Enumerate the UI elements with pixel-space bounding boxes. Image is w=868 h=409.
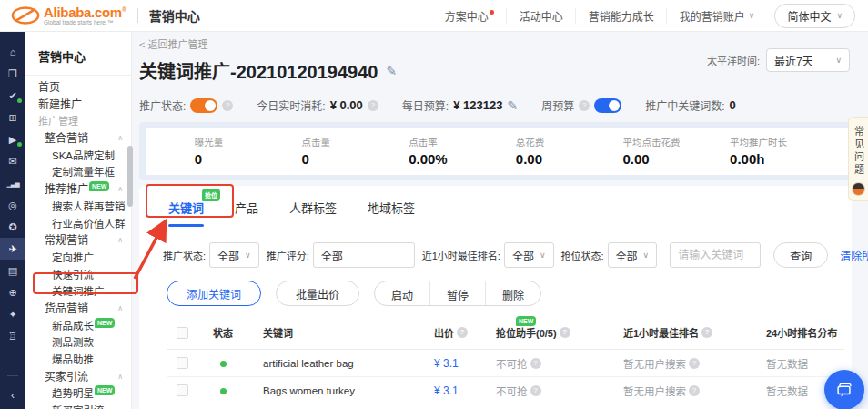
row-checkbox[interactable]: [177, 357, 188, 369]
sidebar-item-search-audience-retargeting[interactable]: 搜索人群再营销: [25, 199, 131, 216]
bulk-bid-button[interactable]: 批量出价: [276, 281, 359, 306]
sidebar-item-new-product-growth[interactable]: 新品成长NEW: [25, 318, 131, 335]
globe-icon[interactable]: ⊕: [0, 281, 25, 303]
edit-title-icon[interactable]: ✎: [386, 64, 397, 78]
query-button[interactable]: 查询: [773, 242, 828, 268]
sidebar-scrollbar[interactable]: [127, 146, 133, 207]
add-keyword-button[interactable]: 添加关键词: [167, 281, 261, 306]
content-area: < 返回推广管理 关键词推广-20210120194940 ✎ 太平洋时间: 最…: [132, 32, 868, 409]
sidebar-item-hot-product-boost[interactable]: 爆品助推: [25, 352, 131, 369]
sidebar-item-product-marketing[interactable]: 货品营销∧: [25, 301, 131, 318]
sidebar-item-targeted-promotion[interactable]: 定向推广: [25, 250, 131, 267]
time-range-select[interactable]: 最近7天 ∨: [766, 48, 850, 72]
sidebar-item-trend-star[interactable]: 趋势明星NEW: [25, 385, 131, 403]
icon-rail: ⌂❒✔⊞▶✉▁▃▅◎✪✈▤⊕✦♖ ‹: [0, 32, 25, 409]
week-budget-toggle[interactable]: [594, 98, 621, 113]
row-checkbox[interactable]: [177, 384, 188, 396]
info-icon[interactable]: ?: [579, 100, 590, 111]
sidebar-item-industry-high-value-audience[interactable]: 行业高价值人群: [25, 216, 131, 233]
message-icon[interactable]: ✉: [0, 150, 25, 172]
faq-side-tab[interactable]: 常见问题: [848, 117, 868, 201]
nav-solution-center[interactable]: 方案中心: [445, 8, 494, 24]
live-chat-button[interactable]: [824, 370, 864, 409]
sidebar-item-label: 新品成长: [52, 321, 94, 332]
tab-audience-tags[interactable]: 人群标签: [288, 199, 338, 227]
video-icon[interactable]: ▶: [0, 128, 25, 150]
info-icon[interactable]: ?: [689, 385, 700, 396]
sidebar-item-regular-marketing[interactable]: 常规营销∧: [25, 232, 131, 250]
alibaba-logo[interactable]: Alibaba.com® Global trade starts here.™: [11, 5, 126, 26]
sidebar-item-quick-traffic[interactable]: 快速引流: [25, 267, 131, 284]
collapse-sidebar-icon[interactable]: ‹: [11, 389, 15, 402]
column-header: 近1小时最佳排名?: [612, 325, 762, 340]
tab-region-tags[interactable]: 地域标签: [366, 199, 417, 227]
language-selector[interactable]: 简体中文 ∨: [774, 4, 855, 28]
start-button[interactable]: 启动: [375, 281, 429, 305]
location-icon[interactable]: ◎: [0, 194, 25, 216]
info-icon[interactable]: ?: [701, 327, 712, 338]
pause-button[interactable]: 暂停: [429, 281, 485, 305]
info-icon[interactable]: ?: [530, 358, 541, 369]
tab-bar: 关键词抢位产品人群标签地域标签: [167, 199, 844, 227]
info-icon[interactable]: ?: [689, 358, 700, 369]
sidebar-item-keyword-promotion[interactable]: 关键词推广: [25, 283, 131, 301]
bid-cell[interactable]: ¥ 3.1: [412, 357, 485, 370]
education-icon[interactable]: ✦: [0, 303, 25, 325]
chevron-up-icon: ∧: [117, 130, 123, 148]
apps-grid-icon[interactable]: ⊞: [0, 107, 25, 128]
orders-icon[interactable]: ❒: [0, 63, 25, 85]
nav-activity-center[interactable]: 活动中心: [506, 8, 563, 24]
sidebar-item-label: 推荐推广: [45, 183, 88, 196]
sidebar-item-home[interactable]: 首页: [25, 79, 131, 97]
column-label: 近1小时最佳排名: [623, 325, 699, 340]
info-icon[interactable]: ?: [368, 100, 378, 111]
sidebar-item-custom-traffic-frame[interactable]: 定制流量年框: [25, 164, 131, 181]
chevron-down-icon: ∨: [245, 251, 251, 260]
contacts-icon[interactable]: ✪: [0, 216, 25, 238]
sidebar-item-product-testing[interactable]: 测品测款: [25, 334, 131, 352]
time-range-value: 最近7天: [774, 53, 813, 68]
stat-曝光量: 曝光量0: [195, 135, 258, 167]
analytics-icon[interactable]: ▁▃▅: [0, 172, 25, 194]
filter-promo-score[interactable]: [313, 242, 415, 268]
edit-budget-icon[interactable]: ✎: [507, 98, 518, 113]
keyword-search-input[interactable]: [670, 242, 761, 268]
info-icon[interactable]: ?: [530, 385, 541, 396]
stat-label: 点击率: [409, 135, 472, 148]
clear-filters-link[interactable]: 清除所有筛选: [840, 248, 868, 263]
promo-status-label: 推广状态:: [139, 97, 186, 113]
sidebar-item-buyer-traffic[interactable]: 买家引流∧: [25, 369, 131, 386]
support-avatar: [852, 182, 865, 196]
faq-label: 常见问题: [852, 126, 866, 177]
home-icon[interactable]: ⌂: [0, 41, 25, 63]
filter-grab-status[interactable]: 全部∨: [608, 242, 658, 268]
bid-cell[interactable]: ¥ 3.1: [412, 384, 485, 397]
marketing-icon[interactable]: ✈: [0, 238, 25, 260]
delete-button[interactable]: 删除: [485, 281, 540, 305]
tab-label: 产品: [235, 201, 258, 215]
nav-my-account[interactable]: 我的营销账户∨: [666, 8, 755, 24]
sidebar-item-new-campaign[interactable]: 新建推广: [25, 97, 131, 114]
select-all-checkbox[interactable]: [177, 327, 188, 339]
tasks-icon[interactable]: ▤: [0, 260, 25, 281]
column-header: 关键词: [248, 325, 412, 340]
shield-check-icon[interactable]: ✔: [0, 85, 25, 107]
column-label: 抢位助手(0/5): [496, 325, 557, 340]
tab-products[interactable]: 产品: [233, 199, 260, 227]
chat-bubbles-icon: [834, 380, 854, 400]
nav-marketing-growth[interactable]: 营销能力成长: [575, 8, 654, 24]
sidebar-item-integrated-marketing[interactable]: 整合营销∧: [25, 130, 131, 148]
sidebar-item-label: 买家引流: [45, 371, 88, 383]
sidebar-item-ska-brand-custom[interactable]: SKA品牌定制: [25, 148, 131, 165]
filter-best-rank-1h[interactable]: 全部∨: [504, 242, 554, 268]
sidebar-item-new-buyer-traffic[interactable]: 新买家引流: [25, 403, 131, 409]
bank-icon[interactable]: ♖: [0, 325, 25, 347]
tab-keywords[interactable]: 关键词抢位: [167, 199, 206, 227]
sidebar-item-label: 测品测款: [52, 337, 94, 348]
promo-status-toggle[interactable]: [190, 98, 217, 113]
info-icon[interactable]: ?: [457, 327, 468, 338]
sidebar-item-recommend-promotion[interactable]: 推荐推广NEW∧: [25, 181, 131, 199]
filter-promo-status[interactable]: 全部∨: [209, 242, 259, 268]
info-icon[interactable]: ?: [222, 100, 233, 111]
info-icon[interactable]: ?: [560, 327, 570, 338]
